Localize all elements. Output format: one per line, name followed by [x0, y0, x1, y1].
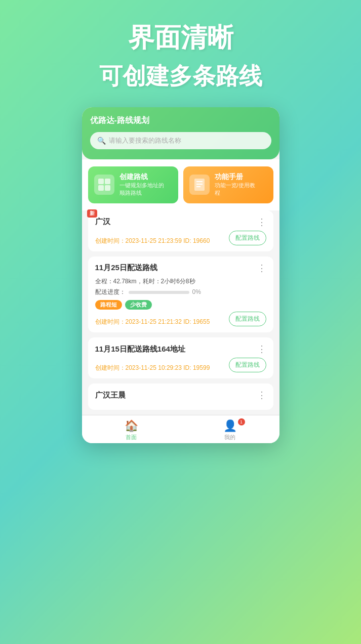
route-1-more-icon[interactable]: ⋮: [257, 217, 266, 228]
app-title: 优路达-路线规划: [90, 115, 271, 126]
route-2-distance: 全程：42.78km，耗时：2小时6分8秒: [95, 277, 266, 286]
profile-badge: 1: [238, 418, 245, 425]
route-3-name: 11月15日配送路线164地址: [95, 345, 185, 354]
svg-rect-1: [105, 179, 110, 184]
route-card-3: 11月15日配送路线164地址 ⋮ 创建时间：2023-11-25 10:29:…: [88, 337, 273, 378]
create-route-subtitle: 一键规划多地址的顺路路线: [119, 182, 164, 197]
route-2-header: 11月25日配送路线 ⋮: [95, 263, 266, 274]
app-frame: 优路达-路线规划 🔍 请输入要搜索的路线名称 创建路线 一键规划多地址的顺路路线: [82, 107, 279, 443]
create-route-card[interactable]: 创建路线 一键规划多地址的顺路路线: [88, 166, 178, 203]
progress-bar-container: [129, 291, 189, 294]
create-route-icon: [94, 175, 114, 195]
headline2: 可创建多条路线: [99, 61, 262, 92]
manual-icon: [189, 175, 210, 195]
bottom-nav: 🏠 首面 👤 1 我的: [82, 415, 279, 443]
route-list: 新 广汉 ⋮ 创建时间：2023-11-25 21:23:59 ID: 1966…: [82, 210, 279, 415]
configure-btn-2[interactable]: 配置路线: [229, 312, 266, 326]
route-2-info: 全程：42.78km，耗时：2小时6分8秒 配送进度： 0%: [95, 277, 266, 297]
search-bar[interactable]: 🔍 请输入要搜索的路线名称: [90, 132, 271, 149]
route-1-name: 广汉: [95, 217, 110, 227]
svg-rect-2: [98, 185, 104, 191]
route-3-footer: 创建时间：2023-11-25 10:29:23 ID: 19599 配置路线: [95, 358, 266, 372]
route-3-header: 11月15日配送路线164地址 ⋮: [95, 344, 266, 355]
create-route-text: 创建路线 一键规划多地址的顺路路线: [119, 173, 164, 197]
route-1-meta: 创建时间：2023-11-25 21:23:59 ID: 19660: [95, 237, 210, 245]
home-icon: 🏠: [125, 419, 138, 433]
route-2-progress-row: 配送进度： 0%: [95, 287, 266, 297]
route-card-2: 11月25日配送路线 ⋮ 全程：42.78km，耗时：2小时6分8秒 配送进度：…: [88, 256, 273, 332]
quick-actions: 创建路线 一键规划多地址的顺路路线 功能手册 功能一览/使用教程: [82, 159, 279, 210]
nav-home[interactable]: 🏠 首面: [82, 419, 181, 441]
route-card-1: 新 广汉 ⋮ 创建时间：2023-11-25 21:23:59 ID: 1966…: [88, 210, 273, 251]
svg-rect-0: [98, 179, 104, 184]
progress-percent: 0%: [192, 287, 201, 297]
tag-low-fee: 少收费: [125, 300, 152, 310]
manual-subtitle: 功能一览/使用教程: [215, 182, 255, 197]
manual-card[interactable]: 功能手册 功能一览/使用教程: [183, 166, 273, 203]
route-3-meta: 创建时间：2023-11-25 10:29:23 ID: 19599: [95, 364, 210, 372]
route-4-more-icon[interactable]: ⋮: [257, 390, 266, 401]
route-card-4: 广汉王晨 ⋮: [88, 383, 273, 410]
route-4-name: 广汉王晨: [95, 391, 126, 400]
route-3-more-icon[interactable]: ⋮: [257, 344, 266, 355]
route-2-progress-label: 配送进度：: [95, 287, 126, 297]
configure-btn-1[interactable]: 配置路线: [229, 231, 266, 245]
create-route-title: 创建路线: [119, 173, 164, 182]
svg-rect-3: [105, 185, 110, 191]
manual-title: 功能手册: [215, 173, 255, 182]
profile-icon: 👤: [223, 419, 237, 433]
nav-home-label: 首面: [126, 434, 137, 441]
search-icon: 🔍: [97, 137, 106, 145]
new-badge: 新: [87, 209, 97, 218]
tag-short-route: 路程短: [95, 300, 122, 310]
app-header: 优路达-路线规划 🔍 请输入要搜索的路线名称: [82, 107, 279, 159]
route-2-footer: 创建时间：2023-11-25 21:21:32 ID: 19655 配置路线: [95, 312, 266, 326]
configure-btn-3[interactable]: 配置路线: [229, 358, 266, 372]
route-2-meta: 创建时间：2023-11-25 21:21:32 ID: 19655: [95, 318, 210, 326]
route-1-footer: 创建时间：2023-11-25 21:23:59 ID: 19660 配置路线: [95, 231, 266, 245]
nav-profile[interactable]: 👤 1 我的: [181, 419, 279, 441]
route-2-name: 11月25日配送路线: [95, 263, 157, 273]
route-2-more-icon[interactable]: ⋮: [257, 263, 266, 274]
nav-profile-label: 我的: [224, 434, 235, 441]
route-1-header: 广汉 ⋮: [95, 217, 266, 228]
search-placeholder-text: 请输入要搜索的路线名称: [109, 136, 181, 145]
route-4-header: 广汉王晨 ⋮: [95, 390, 266, 401]
manual-text: 功能手册 功能一览/使用教程: [215, 173, 255, 197]
headline1: 界面清晰: [128, 20, 233, 56]
route-2-tags: 路程短 少收费: [95, 300, 266, 310]
